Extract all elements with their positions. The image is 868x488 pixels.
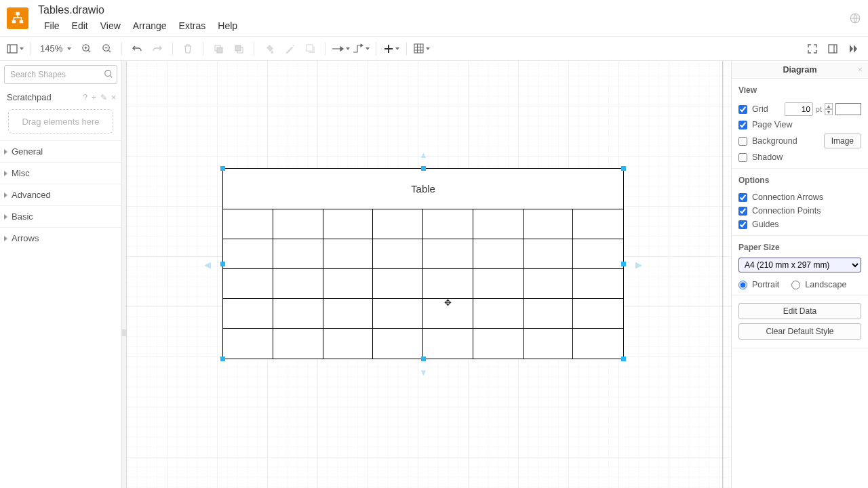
waypoint-style-button[interactable] [351,39,370,58]
fullscreen-button[interactable] [803,39,822,58]
table-cell[interactable] [524,299,574,329]
edit-data-button[interactable]: Edit Data [738,303,861,319]
table-cell[interactable] [273,269,323,299]
document-title[interactable]: Tables.drawio [38,3,243,16]
table-cell[interactable] [423,209,473,239]
connection-style-button[interactable] [331,39,350,58]
resize-handle[interactable] [421,166,426,171]
table-grid[interactable] [223,209,623,359]
palette-misc[interactable]: Misc [0,162,121,184]
guides-checkbox[interactable] [738,220,747,229]
table-cell[interactable] [573,269,623,299]
grid-size-input[interactable] [785,102,813,116]
fill-color-button[interactable] [260,39,279,58]
resize-handle[interactable] [220,262,225,266]
table-cell[interactable] [223,299,273,329]
sidebar-splitter[interactable] [122,329,126,336]
table-cell[interactable] [573,209,623,239]
table-cell[interactable] [473,209,524,239]
table-cell[interactable] [373,209,423,239]
direction-arrow-left-icon[interactable]: ◀ [204,260,211,270]
grid-checkbox[interactable] [738,105,747,114]
close-panel-icon[interactable]: × [857,64,863,75]
table-cell[interactable] [323,239,374,269]
table-cell[interactable] [373,299,423,329]
zoom-in-button[interactable] [77,39,96,58]
table-cell[interactable] [323,269,374,299]
table-cell[interactable] [524,209,574,239]
table-cell[interactable] [323,209,374,239]
paper-size-select[interactable]: A4 (210 mm x 297 mm) [738,258,861,272]
table-cell[interactable] [223,239,273,269]
search-icon[interactable] [104,69,113,79]
table-cell[interactable] [373,269,423,299]
pageview-checkbox[interactable] [738,121,747,129]
undo-button[interactable] [127,39,146,58]
table-cell[interactable] [373,329,423,359]
zoom-out-button[interactable] [97,39,116,58]
table-cell[interactable] [323,299,374,329]
scratchpad-help-icon[interactable]: ? [83,93,87,102]
table-cell[interactable] [473,239,524,269]
table-cell[interactable] [423,239,473,269]
to-back-button[interactable] [229,39,248,58]
table-cell[interactable] [573,239,623,269]
direction-arrow-up-icon[interactable]: ▲ [419,150,428,160]
table-button[interactable] [412,39,431,58]
scratchpad-edit-icon[interactable]: ✎ [100,93,107,102]
menu-arrange[interactable]: Arrange [127,18,173,34]
redo-button[interactable] [148,39,167,58]
resize-handle[interactable] [621,357,626,361]
table-cell[interactable] [323,329,374,359]
resize-handle[interactable] [621,262,626,266]
table-cell[interactable] [473,299,524,329]
table-cell[interactable] [473,269,524,299]
table-cell[interactable] [273,209,323,239]
delete-button[interactable] [178,39,197,58]
table-cell[interactable] [524,329,574,359]
format-panel-toggle[interactable] [823,39,842,58]
table-cell[interactable] [573,329,623,359]
table-cell[interactable] [423,329,473,359]
to-front-button[interactable] [209,39,228,58]
resize-handle[interactable] [621,166,626,171]
resize-handle[interactable] [421,357,426,361]
menu-file[interactable]: File [38,18,66,34]
zoom-level[interactable]: 145% [36,43,75,54]
background-image-button[interactable]: Image [824,134,861,148]
table-cell[interactable] [273,329,323,359]
insert-button[interactable] [382,39,401,58]
palette-general[interactable]: General [0,140,121,162]
palette-basic[interactable]: Basic [0,205,121,227]
menu-view[interactable]: View [94,18,127,34]
canvas[interactable]: Table ▲ ▼ ◀ ▶ ✥ [122,61,731,488]
connection-points-checkbox[interactable] [738,207,747,216]
table-cell[interactable] [223,329,273,359]
table-caption[interactable]: Table [223,169,623,209]
scratchpad-drop-target[interactable]: Drag elements here [8,109,113,134]
palette-advanced[interactable]: Advanced [0,184,121,205]
table-cell[interactable] [524,269,574,299]
scratchpad-add-icon[interactable]: + [92,93,96,102]
table-cell[interactable] [223,209,273,239]
table-cell[interactable] [423,269,473,299]
menu-extras[interactable]: Extras [173,18,212,34]
table-cell[interactable] [273,239,323,269]
table-cell[interactable] [473,329,524,359]
shadow-button[interactable] [300,39,319,58]
direction-arrow-down-icon[interactable]: ▼ [419,367,428,378]
portrait-radio[interactable] [738,281,747,289]
table-shape[interactable]: Table ▲ ▼ ◀ ▶ ✥ [222,168,624,359]
background-checkbox[interactable] [738,137,747,146]
scratchpad-close-icon[interactable]: × [111,93,116,102]
shadow-checkbox[interactable] [738,153,747,162]
table-cell[interactable] [373,239,423,269]
landscape-radio[interactable] [791,281,800,289]
table-cell[interactable] [573,299,623,329]
menu-edit[interactable]: Edit [66,18,94,34]
grid-size-down[interactable]: ▼ [825,109,833,115]
table-cell[interactable] [524,239,574,269]
sidebar-toggle-button[interactable] [5,39,24,58]
table-cell[interactable] [223,269,273,299]
clear-default-style-button[interactable]: Clear Default Style [738,323,861,340]
